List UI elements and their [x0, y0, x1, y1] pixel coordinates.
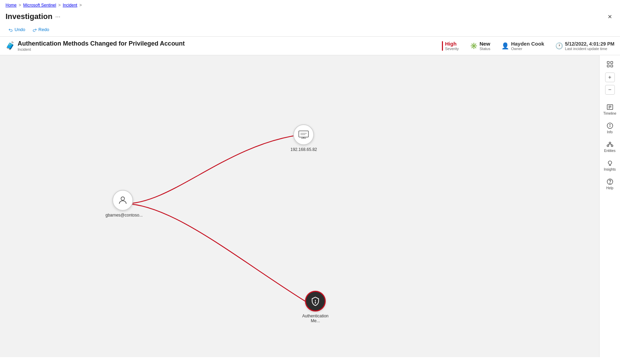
fit-button[interactable]: [601, 58, 619, 70]
time-item: 🕐 5/12/2022, 4:01:29 PM Last incident up…: [555, 41, 614, 51]
insights-button[interactable]: Insights: [601, 157, 619, 174]
svg-point-7: [315, 303, 316, 303]
svg-point-24: [608, 161, 612, 164]
time-value: 5/12/2022, 4:01:29 PM: [565, 41, 614, 47]
svg-point-20: [607, 145, 609, 147]
svg-line-23: [610, 144, 612, 145]
status-value: New: [480, 41, 490, 47]
incident-label: Incident: [18, 47, 185, 51]
severity-label: Severity: [445, 47, 459, 51]
breadcrumb-home[interactable]: Home: [6, 3, 17, 8]
graph-canvas[interactable]: gbarnes@contoso... 192.168.65.82: [0, 55, 599, 357]
page-title: Investigation: [6, 12, 53, 21]
insights-icon: [607, 160, 613, 166]
svg-rect-1: [299, 131, 308, 137]
help-icon: [607, 178, 613, 185]
time-content: 5/12/2022, 4:01:29 PM Last incident upda…: [565, 41, 614, 51]
ip-node[interactable]: 192.168.65.82: [290, 124, 317, 152]
close-button[interactable]: ✕: [605, 12, 614, 21]
status-label: Status: [480, 47, 490, 51]
insights-label: Insights: [604, 167, 616, 171]
redo-label: Redo: [38, 27, 49, 32]
info-button[interactable]: Info: [601, 119, 619, 137]
user-node[interactable]: gbarnes@contoso...: [105, 190, 140, 218]
info-label: Info: [607, 130, 613, 134]
timeline-label: Timeline: [603, 112, 616, 115]
info-icon: [607, 122, 613, 129]
svg-rect-10: [607, 65, 609, 67]
svg-point-19: [609, 142, 611, 144]
help-label: Help: [606, 186, 613, 190]
ip-node-label: 192.168.65.82: [290, 147, 317, 152]
right-panel: + − Timeline Info: [599, 55, 620, 357]
toolbar: Undo Redo: [0, 24, 620, 36]
alert-node[interactable]: Authentication Me...: [298, 291, 333, 323]
undo-label: Undo: [15, 27, 25, 32]
help-button[interactable]: Help: [601, 175, 619, 193]
incident-title: Authentication Methods Changed for Privi…: [18, 40, 185, 47]
timeline-icon: [607, 104, 613, 111]
status-item: ✳️ New Status: [470, 41, 490, 51]
incident-meta: High Severity ✳️ New Status 👤 Hayden Coo…: [442, 41, 614, 51]
incident-title-group: 🧳 Authentication Methods Changed for Pri…: [6, 40, 431, 51]
alert-node-circle: [305, 291, 326, 312]
alert-node-label: Authentication Me...: [298, 314, 333, 323]
ip-node-circle: [293, 124, 314, 145]
svg-rect-11: [611, 65, 613, 67]
breadcrumb-sep2: >: [58, 3, 61, 8]
status-content: New Status: [480, 41, 490, 51]
time-icon: 🕐: [555, 42, 563, 50]
page-header: Investigation ··· ✕: [0, 10, 620, 24]
breadcrumb: Home > Microsoft Sentinel > Incident >: [0, 0, 620, 10]
entities-label: Entities: [604, 149, 616, 153]
zoom-in-button[interactable]: +: [605, 73, 615, 82]
severity-item: High Severity: [442, 41, 459, 51]
severity-bar: [442, 41, 443, 51]
entities-icon: [607, 141, 613, 148]
redo-button[interactable]: Redo: [29, 26, 52, 33]
svg-point-18: [610, 124, 610, 125]
undo-icon: [8, 27, 13, 32]
svg-rect-9: [611, 61, 613, 64]
svg-line-22: [608, 144, 610, 145]
owner-label: Owner: [511, 47, 544, 51]
title-ellipsis-button[interactable]: ···: [55, 13, 61, 20]
user-icon: [118, 195, 128, 205]
main-area: gbarnes@contoso... 192.168.65.82: [0, 55, 620, 357]
shield-alert-icon: [311, 296, 320, 306]
breadcrumb-sentinel[interactable]: Microsoft Sentinel: [23, 3, 56, 8]
incident-icon: 🧳: [6, 41, 15, 50]
severity-value: High: [445, 41, 459, 47]
owner-content: Hayden Cook Owner: [511, 41, 544, 51]
incident-bar: 🧳 Authentication Methods Changed for Pri…: [0, 36, 620, 55]
owner-item: 👤 Hayden Cook Owner: [501, 41, 544, 51]
owner-value: Hayden Cook: [511, 41, 544, 47]
breadcrumb-sep1: >: [19, 3, 21, 8]
zoom-out-button[interactable]: −: [605, 85, 615, 95]
status-icon: ✳️: [470, 42, 478, 50]
timeline-button[interactable]: Timeline: [601, 101, 619, 118]
fit-icon: [607, 61, 613, 68]
user-node-label: gbarnes@contoso...: [105, 213, 140, 218]
svg-point-21: [611, 145, 613, 147]
svg-rect-8: [607, 61, 609, 64]
time-label: Last incident update time: [565, 47, 614, 51]
svg-point-0: [121, 197, 124, 200]
severity-content: High Severity: [445, 41, 459, 51]
entities-button[interactable]: Entities: [601, 138, 619, 155]
redo-icon: [32, 27, 37, 32]
svg-point-28: [610, 183, 610, 184]
user-node-circle: [112, 190, 133, 211]
owner-icon: 👤: [501, 42, 509, 50]
breadcrumb-incident[interactable]: Incident: [63, 3, 77, 8]
monitor-icon: [298, 131, 309, 139]
breadcrumb-sep3: >: [79, 3, 82, 8]
undo-button[interactable]: Undo: [6, 26, 28, 33]
